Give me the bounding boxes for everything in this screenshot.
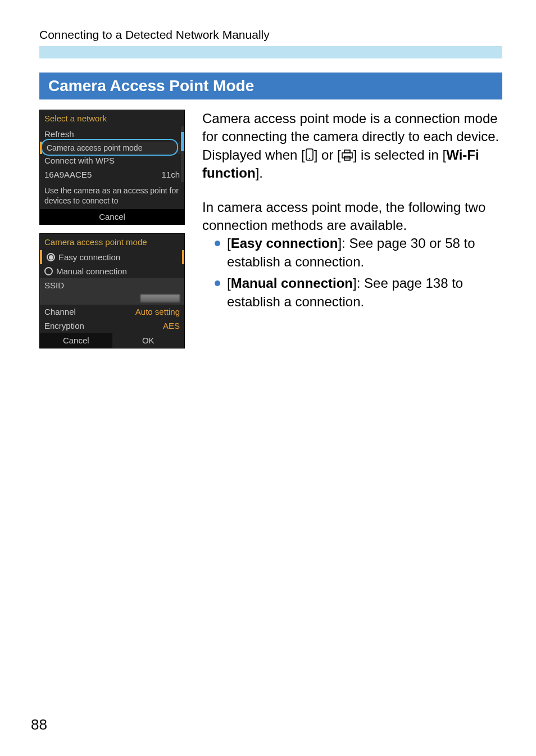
cam1-wps[interactable]: Connect with WPS: [40, 154, 184, 167]
bullet-easy-connection: [Easy connection]: See page 30 or 58 to …: [215, 234, 502, 271]
cam2-ok-button[interactable]: OK: [112, 333, 185, 348]
svg-rect-3: [342, 153, 352, 158]
para1b-end: ].: [256, 165, 263, 180]
cam1-wps-label: Connect with WPS: [44, 156, 115, 165]
cam1-network-ssid: 16A9AACE5: [44, 170, 92, 179]
para1b-pre: Displayed when [: [202, 147, 305, 162]
body-para2: In camera access point mode, the followi…: [202, 198, 502, 235]
cam1-camera-ap-row[interactable]: Camera access point mode: [40, 142, 184, 154]
cam1-refresh[interactable]: Refresh: [40, 126, 184, 142]
para1a: Camera access point mode is a connection…: [202, 111, 499, 144]
cam2-ssid-blurred-value: [140, 295, 180, 302]
b2-bold: Manual connection: [231, 275, 353, 291]
printer-icon: [341, 150, 353, 161]
cam2-ssid-label: SSID: [44, 280, 64, 290]
cam2-channel-value: Auto setting: [135, 307, 180, 316]
cam1-camera-ap-label: Camera access point mode: [40, 142, 184, 154]
cam1-refresh-label: Refresh: [44, 129, 74, 139]
cam2-encryption-row: Encryption AES: [40, 319, 184, 333]
para1b-mid: ] or [: [314, 147, 341, 162]
bullet-dot-icon: [215, 280, 220, 286]
cam2-enc-label: Encryption: [44, 321, 84, 331]
cam2-easy-connection[interactable]: Easy connection: [40, 250, 184, 264]
radio-unselected-icon: [44, 267, 53, 275]
b2-pre: [: [227, 275, 231, 291]
camera-ui-access-point-mode: Camera access point mode Easy connection…: [39, 233, 185, 348]
body-para1: Camera access point mode is a connection…: [202, 110, 502, 183]
cam1-hint: Use the camera as an access point for de…: [40, 182, 184, 209]
radio-selected-icon: [47, 253, 55, 261]
cam2-title: Camera access point mode: [40, 234, 184, 250]
cam2-ssid-row: SSID: [40, 278, 184, 292]
cam2-enc-value: AES: [163, 321, 180, 331]
cam1-cancel-button[interactable]: Cancel: [40, 209, 184, 224]
cam2-cancel-button[interactable]: Cancel: [40, 333, 112, 348]
cam1-network-item[interactable]: 16A9AACE5 11ch: [40, 167, 184, 182]
page-number: 88: [31, 716, 47, 734]
header-blue-bar: [39, 46, 502, 58]
b1-bold: Easy connection: [231, 236, 338, 251]
cam1-network-channel: 11ch: [161, 170, 180, 179]
cam2-manual-connection[interactable]: Manual connection: [40, 264, 184, 278]
cam2-channel-label: Channel: [44, 307, 76, 316]
cam2-ssid-value-row: [40, 292, 184, 305]
cam2-channel-row: Channel Auto setting: [40, 305, 184, 319]
camera-ui-select-network: Select a network Refresh Camera access p…: [39, 110, 185, 225]
breadcrumb: Connecting to a Detected Network Manuall…: [39, 28, 502, 42]
bullet-dot-icon: [215, 241, 220, 246]
section-heading: Camera Access Point Mode: [39, 73, 502, 99]
smartphone-icon: [305, 148, 314, 161]
cam1-scrollbar-thumb[interactable]: [181, 132, 184, 151]
cam1-title: Select a network: [40, 110, 184, 126]
bullet-manual-connection: [Manual connection]: See page 138 to est…: [215, 274, 502, 311]
cam2-easy-label: Easy connection: [58, 252, 120, 262]
b1-pre: [: [227, 236, 231, 251]
para1b-post: ] is selected in [: [353, 147, 446, 162]
svg-point-1: [309, 158, 310, 159]
cam2-manual-label: Manual connection: [56, 266, 127, 276]
